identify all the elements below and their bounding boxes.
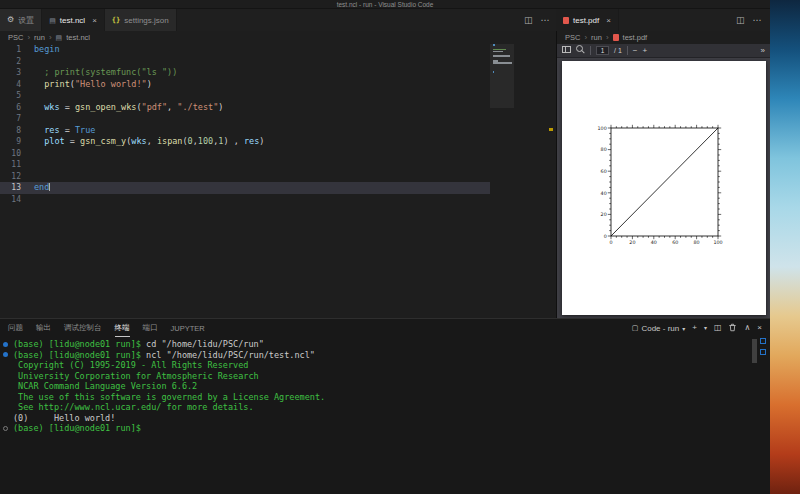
- command-decoration-icon[interactable]: [3, 426, 8, 431]
- line-number[interactable]: 5: [0, 90, 28, 102]
- terminal-line: (base) [lidu@node01 run]$: [0, 423, 770, 434]
- tab-test-pdf[interactable]: test.pdf×: [556, 9, 619, 31]
- code-line-14[interactable]: [34, 194, 264, 206]
- search-icon: [576, 45, 585, 54]
- terminal-line: NCAR Command Language Version 6.6.2: [0, 381, 770, 392]
- tab-settings[interactable]: ⚙设置: [0, 9, 42, 31]
- line-number[interactable]: 1: [0, 44, 28, 56]
- new-terminal-button[interactable]: +: [692, 324, 697, 332]
- chevron-right-icon: ›: [606, 33, 609, 42]
- code-line-3[interactable]: ; print(systemfunc("ls ")): [34, 67, 264, 79]
- titlebar[interactable]: test.ncl - run - Visual Studio Code: [0, 0, 770, 9]
- minimap-line: [493, 55, 510, 57]
- line-number[interactable]: 7: [0, 113, 28, 125]
- panel-tab-ports[interactable]: 端口: [143, 320, 158, 337]
- code-line-12[interactable]: [34, 171, 264, 183]
- tab-settings-json[interactable]: {}settings.json: [105, 9, 177, 31]
- split-editor-icon[interactable]: ◫: [736, 16, 745, 25]
- tab-test-ncl[interactable]: ▤test.ncl×: [42, 9, 105, 31]
- command-marker: [760, 349, 766, 355]
- terminal-dropdown-icon[interactable]: ▾: [704, 325, 707, 331]
- code-editor[interactable]: 1234567891011121314 begin ; print(system…: [0, 44, 556, 318]
- more-actions-icon[interactable]: ⋯: [541, 16, 550, 25]
- code-line-7[interactable]: [34, 113, 264, 125]
- terminal-line: University Corporation for Atmospheric R…: [0, 371, 770, 382]
- line-number[interactable]: 14: [0, 194, 28, 206]
- breadcrumb-item-test-pdf[interactable]: test.pdf: [623, 33, 648, 42]
- terminal-output[interactable]: (base) [lidu@node01 run]$ cd "/home/lidu…: [0, 337, 770, 494]
- split-terminal-icon[interactable]: ◫: [714, 324, 722, 332]
- terminal-controls: ▢ Code - run ▾ + ▾ ◫ ∧ ×: [632, 323, 762, 334]
- zoom-in-button[interactable]: +: [642, 47, 647, 55]
- breadcrumb-item-psc[interactable]: PSC: [8, 33, 23, 42]
- breadcrumb-item-test-ncl[interactable]: test.ncl: [66, 33, 90, 42]
- panel-tab-label: JUPYTER: [171, 324, 205, 333]
- gear-icon: ⚙: [7, 16, 14, 24]
- panel-tab-problems[interactable]: 问题: [8, 320, 23, 337]
- code-line-10[interactable]: [34, 148, 264, 160]
- bottom-panel: 问题输出调试控制台终端端口JUPYTER ▢ Code - run ▾ + ▾ …: [0, 318, 770, 494]
- panel-tab-debug-console[interactable]: 调试控制台: [64, 320, 102, 337]
- pdf-viewer[interactable]: 020406080100020406080100: [557, 58, 770, 318]
- code-line-13[interactable]: end: [34, 182, 264, 194]
- terminal-line: (base) [lidu@node01 run]$ cd "/home/lidu…: [0, 339, 770, 350]
- code-line-6[interactable]: wks = gsn_open_wks("pdf", "./test"): [34, 102, 264, 114]
- sidebar-toggle-button[interactable]: [562, 46, 571, 55]
- close-icon[interactable]: ×: [606, 16, 611, 25]
- breadcrumb-item-run[interactable]: run: [591, 33, 602, 42]
- code-line-8[interactable]: res = True: [34, 125, 264, 137]
- zoom-out-button[interactable]: −: [633, 47, 638, 55]
- code-line-5[interactable]: [34, 90, 264, 102]
- code-line-11[interactable]: [34, 159, 264, 171]
- terminal-scrollbar[interactable]: [752, 339, 757, 363]
- code-token: [34, 125, 44, 135]
- line-number[interactable]: 2: [0, 56, 28, 68]
- line-number[interactable]: 3: [0, 67, 28, 79]
- split-editor-icon[interactable]: ◫: [524, 16, 533, 25]
- chevron-right-icon: ›: [49, 33, 52, 42]
- minimap-slider[interactable]: [490, 44, 514, 108]
- line-number[interactable]: 11: [0, 159, 28, 171]
- search-button[interactable]: [576, 45, 585, 56]
- command-decoration-icon[interactable]: [3, 342, 8, 347]
- breadcrumb-item-run[interactable]: run: [34, 33, 45, 42]
- code-line-1[interactable]: begin: [34, 44, 264, 56]
- more-actions-icon[interactable]: ⋯: [753, 16, 762, 25]
- line-number[interactable]: 9: [0, 136, 28, 148]
- breadcrumb-item-psc[interactable]: PSC: [565, 33, 580, 42]
- terminal-instance-tab[interactable]: ▢ Code - run ▾: [632, 324, 685, 333]
- line-number[interactable]: 6: [0, 102, 28, 114]
- code-line-2[interactable]: [34, 56, 264, 68]
- code-token: ispan: [157, 136, 183, 146]
- code-line-4[interactable]: print("Hello world!"): [34, 79, 264, 91]
- toolbar-overflow-button[interactable]: »: [761, 47, 765, 55]
- panel-tab-terminal[interactable]: 终端: [115, 320, 130, 337]
- close-icon[interactable]: ×: [92, 16, 97, 25]
- line-number[interactable]: 4: [0, 79, 28, 91]
- code-token: wks: [44, 102, 59, 112]
- editor-gutter: 1234567891011121314: [0, 44, 28, 205]
- line-number[interactable]: 8: [0, 125, 28, 137]
- code-line-9[interactable]: plot = gsn_csm_y(wks, ispan(0,100,1) , r…: [34, 136, 264, 148]
- terminal-task-icon: ▢: [632, 324, 639, 332]
- file-icon: ▤: [56, 34, 63, 41]
- line-number[interactable]: 13: [0, 182, 28, 194]
- command-decoration-icon[interactable]: [3, 352, 8, 357]
- panel-tab-jupyter[interactable]: JUPYTER: [171, 320, 205, 337]
- panel-tab-output[interactable]: 输出: [36, 320, 51, 337]
- close-panel-icon[interactable]: ×: [757, 324, 762, 332]
- code-token: "pdf": [142, 102, 168, 112]
- code-token: =: [60, 102, 75, 112]
- pdf-toolbar: / 1 − + »: [557, 44, 770, 58]
- panel-tab-label: 输出: [36, 323, 51, 333]
- minimap[interactable]: [490, 44, 514, 214]
- terminal-line: The use of this software is governed by …: [0, 392, 770, 403]
- tab-label: test.pdf: [573, 16, 599, 25]
- kill-terminal-icon[interactable]: [728, 323, 737, 334]
- terminal-text: (base) [lidu@node01 run]$: [13, 350, 141, 360]
- maximize-panel-icon[interactable]: ∧: [744, 324, 750, 332]
- line-number[interactable]: 12: [0, 171, 28, 183]
- line-number[interactable]: 10: [0, 148, 28, 160]
- code-token: gsn_csm_y: [80, 136, 126, 146]
- page-number-input[interactable]: [596, 46, 609, 55]
